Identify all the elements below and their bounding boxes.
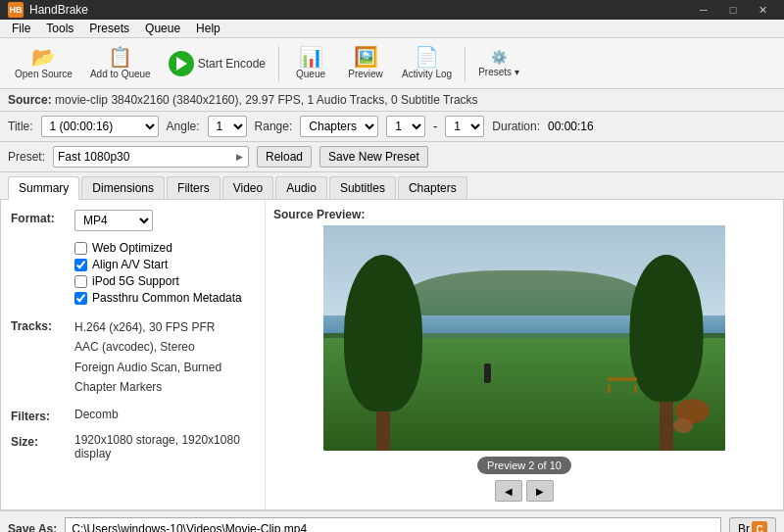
menu-presets[interactable]: Presets bbox=[81, 20, 137, 37]
maximize-button[interactable]: □ bbox=[719, 0, 747, 20]
canopy-right bbox=[629, 255, 703, 402]
menu-file[interactable]: File bbox=[4, 20, 38, 37]
track3: Foreign Audio Scan, Burned bbox=[74, 358, 255, 377]
duration-label: Duration: bbox=[492, 120, 540, 133]
add-to-queue-button[interactable]: 📋 Add to Queue bbox=[83, 42, 158, 85]
format-select[interactable]: MP4 bbox=[74, 210, 153, 231]
size-label: Size: bbox=[11, 433, 74, 449]
app-title: HandBrake bbox=[29, 3, 88, 17]
person bbox=[484, 363, 491, 383]
menu-bar: File Tools Presets Queue Help bbox=[0, 20, 784, 38]
preview-image bbox=[323, 225, 725, 451]
preset-row: Preset: ▶ Reload Save New Preset bbox=[0, 142, 784, 172]
tab-video[interactable]: Video bbox=[222, 176, 273, 199]
reload-button[interactable]: Reload bbox=[257, 146, 312, 168]
tab-summary[interactable]: Summary bbox=[8, 176, 79, 200]
presets-button[interactable]: ⚙️ Presets ▾ bbox=[471, 42, 526, 85]
preview-section-label: Source Preview: bbox=[273, 208, 365, 221]
title-bar-left: HB HandBrake bbox=[8, 2, 88, 18]
play-triangle bbox=[176, 57, 187, 71]
ipod5g-row: iPod 5G Support bbox=[74, 274, 255, 288]
start-label: Start Encode bbox=[198, 57, 266, 71]
start-encode-button[interactable]: Start Encode bbox=[162, 42, 272, 85]
options-row: Web Optimized Align A/V Start iPod 5G Su… bbox=[11, 241, 255, 308]
activity-log-button[interactable]: 📄 Activity Log bbox=[395, 42, 459, 85]
range-label: Range: bbox=[255, 120, 293, 133]
menu-help[interactable]: Help bbox=[188, 20, 228, 37]
tracks-row: Tracks: H.264 (x264), 30 FPS PFR AAC (av… bbox=[11, 317, 255, 398]
web-optimized-checkbox[interactable] bbox=[74, 242, 87, 255]
queue-label: Queue bbox=[296, 69, 325, 79]
filters-value: Decomb bbox=[74, 408, 119, 421]
close-button[interactable]: ✕ bbox=[749, 0, 776, 20]
angle-select[interactable]: 1 bbox=[208, 116, 247, 137]
menu-queue[interactable]: Queue bbox=[137, 20, 188, 37]
duration-value: 00:00:16 bbox=[548, 120, 594, 133]
format-label: Format: bbox=[11, 210, 74, 225]
preview-button[interactable]: 🖼️ Preview bbox=[340, 42, 391, 85]
toolbar: 📂 Open Source 📋 Add to Queue Start Encod… bbox=[0, 38, 784, 89]
filters-row: Filters: Decomb bbox=[11, 408, 255, 423]
tab-chapters[interactable]: Chapters bbox=[398, 176, 467, 199]
ipod5g-checkbox[interactable] bbox=[74, 275, 87, 288]
bench-leg-1 bbox=[608, 385, 611, 393]
browse-button[interactable]: Br C bbox=[729, 517, 776, 532]
window-controls: ─ □ ✕ bbox=[690, 0, 776, 20]
track4: Chapter Markers bbox=[74, 377, 255, 397]
tab-dimensions[interactable]: Dimensions bbox=[81, 176, 165, 199]
align-av-row: Align A/V Start bbox=[74, 258, 255, 271]
ipod5g-label: iPod 5G Support bbox=[92, 274, 179, 288]
save-path-input[interactable] bbox=[65, 517, 721, 532]
format-row: Format: MP4 bbox=[11, 210, 255, 231]
align-av-checkbox[interactable] bbox=[74, 259, 87, 271]
open-source-label: Open Source bbox=[15, 69, 73, 79]
add-queue-label: Add to Queue bbox=[90, 69, 151, 79]
tab-subtitles[interactable]: Subtitles bbox=[329, 176, 396, 199]
preview-icon: 🖼️ bbox=[354, 47, 378, 67]
save-as-label: Save As: bbox=[8, 522, 57, 532]
minimize-button[interactable]: ─ bbox=[690, 0, 717, 20]
title-select[interactable]: 1 (00:00:16) bbox=[41, 116, 159, 137]
preset-label: Preset: bbox=[8, 150, 45, 164]
web-optimized-row: Web Optimized bbox=[74, 241, 255, 255]
presets-icon: ⚙️ bbox=[491, 50, 508, 65]
angle-label: Angle: bbox=[167, 120, 200, 133]
source-value: movie-clip 3840x2160 (3840x2160), 29.97 … bbox=[55, 93, 478, 107]
range-type-select[interactable]: Chapters bbox=[300, 116, 378, 137]
passthru-label: Passthru Common Metadata bbox=[92, 291, 242, 305]
bench-legs bbox=[608, 385, 637, 393]
app-icon: HB bbox=[8, 2, 24, 18]
browse-btn-label: Br bbox=[738, 522, 750, 532]
preview-label-tb: Preview bbox=[348, 69, 383, 79]
preview-next-button[interactable]: ▶ bbox=[526, 480, 554, 502]
bench bbox=[608, 377, 637, 392]
save-bar: Save As: Br C bbox=[0, 510, 784, 532]
preview-prev-button[interactable]: ◀ bbox=[495, 480, 522, 502]
open-source-button[interactable]: 📂 Open Source bbox=[8, 42, 79, 85]
options-content: Web Optimized Align A/V Start iPod 5G Su… bbox=[74, 241, 255, 308]
scene bbox=[323, 225, 725, 451]
tracks-content: H.264 (x264), 30 FPS PFR AAC (avcodec), … bbox=[74, 317, 255, 398]
tracks-label: Tracks: bbox=[11, 317, 74, 333]
tab-filters[interactable]: Filters bbox=[167, 176, 220, 199]
browse-icon: C bbox=[752, 521, 767, 532]
save-new-preset-button[interactable]: Save New Preset bbox=[319, 146, 428, 168]
tree-left bbox=[344, 255, 422, 451]
passthru-checkbox[interactable] bbox=[74, 292, 87, 305]
menu-tools[interactable]: Tools bbox=[38, 20, 81, 37]
queue-button[interactable]: 📊 Queue bbox=[285, 42, 336, 85]
size-value: 1920x1080 storage, 1920x1080 display bbox=[74, 433, 255, 460]
preset-input[interactable] bbox=[53, 146, 249, 168]
source-label: Source: bbox=[8, 93, 55, 107]
app-window: HB HandBrake ─ □ ✕ File Tools Presets Qu… bbox=[0, 0, 784, 532]
controls-row: Title: 1 (00:00:16) Angle: 1 Range: Chap… bbox=[0, 112, 784, 142]
tab-audio[interactable]: Audio bbox=[275, 176, 327, 199]
range-to-select[interactable]: 1 bbox=[445, 116, 484, 137]
preview-badge: Preview 2 of 10 bbox=[477, 457, 571, 474]
activity-label: Activity Log bbox=[402, 69, 452, 79]
queue-icon: 📊 bbox=[299, 47, 323, 67]
toolbar-separator-2 bbox=[465, 46, 466, 81]
web-optimized-label: Web Optimized bbox=[92, 241, 172, 255]
title-bar: HB HandBrake ─ □ ✕ bbox=[0, 0, 784, 20]
range-from-select[interactable]: 1 bbox=[386, 116, 425, 137]
